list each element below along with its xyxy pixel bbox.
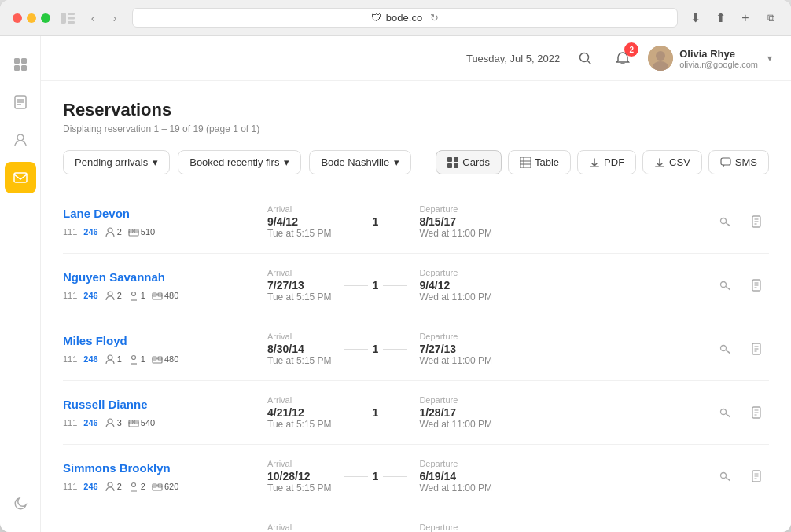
location-arrow: ▾ bbox=[394, 156, 399, 168]
sidebar-item-darkmode[interactable] bbox=[5, 488, 36, 519]
svg-point-61 bbox=[108, 419, 112, 424]
notifications-button[interactable]: 2 bbox=[610, 46, 635, 71]
forward-button[interactable]: › bbox=[107, 10, 123, 26]
download-icon[interactable]: ⬇ bbox=[687, 10, 703, 26]
sidebar bbox=[0, 36, 41, 532]
table-row: Howard Esther Arrival 5/7/16 Tue at 5:15… bbox=[63, 508, 769, 532]
bed-count: 540 bbox=[128, 417, 155, 428]
key-icon-button[interactable] bbox=[712, 336, 738, 361]
location-filter[interactable]: Bode Nashville ▾ bbox=[309, 150, 411, 174]
key-icon-button[interactable] bbox=[712, 273, 738, 298]
document-icon-button[interactable] bbox=[744, 336, 769, 361]
reservation-name[interactable]: Miles Floyd bbox=[63, 334, 252, 347]
document-icon-button[interactable] bbox=[744, 273, 769, 298]
location-label: Bode Nashville bbox=[321, 156, 389, 168]
svg-point-51 bbox=[131, 355, 135, 359]
key-icon-button[interactable] bbox=[712, 464, 738, 489]
back-button[interactable]: ‹ bbox=[85, 10, 101, 26]
page-subtitle: Displaing reservation 1 – 19 of 19 (page… bbox=[63, 123, 769, 134]
guest-count: 3 bbox=[105, 417, 122, 428]
pdf-label: PDF bbox=[604, 156, 624, 168]
key-icon-button[interactable] bbox=[712, 209, 738, 234]
table-view-label: Table bbox=[535, 156, 559, 168]
svg-point-30 bbox=[108, 228, 112, 233]
tag-111: 111 bbox=[63, 291, 77, 300]
reservation-name[interactable]: Simmons Brooklyn bbox=[63, 461, 252, 475]
svg-rect-0 bbox=[61, 13, 66, 24]
avatar bbox=[648, 46, 673, 71]
browser-chrome: ‹ › 🛡 bode.co ↻ ⬇ ⬆ + ⧉ bbox=[0, 0, 791, 36]
svg-point-14 bbox=[580, 53, 589, 62]
svg-rect-27 bbox=[590, 166, 599, 167]
table-row: Nguyen Savannah 111 246 2 1 bbox=[63, 254, 769, 317]
adults-count: 1 bbox=[128, 354, 145, 365]
svg-rect-13 bbox=[14, 173, 27, 182]
search-button[interactable] bbox=[572, 46, 598, 71]
svg-rect-23 bbox=[520, 157, 531, 168]
pending-arrivals-label: Pending arrivals bbox=[75, 156, 148, 168]
arrival-label: Arrival bbox=[267, 204, 332, 214]
reservation-name[interactable]: Nguyen Savannah bbox=[63, 270, 252, 284]
adults-count: 2 bbox=[128, 481, 145, 492]
svg-rect-21 bbox=[447, 163, 452, 168]
cards-view-button[interactable]: Cards bbox=[436, 150, 502, 174]
csv-label: CSV bbox=[669, 156, 690, 168]
svg-rect-42 bbox=[153, 295, 162, 299]
pending-arrivals-filter[interactable]: Pending arrivals ▾ bbox=[63, 150, 170, 174]
tag-111: 111 bbox=[63, 354, 77, 364]
refresh-icon[interactable]: ↻ bbox=[430, 12, 439, 24]
svg-rect-62 bbox=[129, 422, 138, 427]
svg-point-50 bbox=[108, 355, 112, 360]
view-options: Cards Table bbox=[436, 150, 769, 174]
filter-left: Pending arrivals ▾ Booked recently firs … bbox=[63, 150, 411, 174]
svg-point-17 bbox=[656, 51, 665, 61]
booked-recently-filter[interactable]: Booked recently firs ▾ bbox=[178, 150, 301, 174]
tabs-icon[interactable]: ⧉ bbox=[763, 10, 778, 26]
svg-point-70 bbox=[108, 482, 112, 487]
address-bar[interactable]: 🛡 bode.co ↻ bbox=[132, 8, 678, 28]
reservation-name[interactable]: Lane Devon bbox=[63, 207, 252, 220]
departure-label: Departure bbox=[419, 204, 492, 214]
table-view-button[interactable]: Table bbox=[508, 150, 571, 174]
user-menu[interactable]: Olivia Rhye olivia.r@google.com ▾ bbox=[648, 46, 772, 71]
pending-arrivals-arrow: ▾ bbox=[153, 156, 158, 168]
document-icon-button[interactable] bbox=[744, 209, 769, 234]
new-tab-icon[interactable]: + bbox=[738, 10, 753, 26]
sms-button[interactable]: SMS bbox=[708, 150, 769, 174]
booked-recently-arrow: ▾ bbox=[284, 156, 289, 168]
csv-download-button[interactable]: CSV bbox=[642, 150, 702, 174]
svg-rect-53 bbox=[153, 358, 162, 363]
browser-actions: ⬇ ⬆ + ⧉ bbox=[687, 10, 778, 26]
svg-rect-22 bbox=[454, 163, 458, 168]
tag-111: 111 bbox=[63, 418, 77, 427]
svg-rect-3 bbox=[68, 21, 75, 24]
sidebar-item-dashboard[interactable] bbox=[5, 49, 36, 80]
main-content: Tuesday, Jul 5, 2022 2 bbox=[41, 36, 791, 532]
maximize-traffic-light[interactable] bbox=[41, 13, 50, 23]
key-icon-button[interactable] bbox=[744, 527, 769, 532]
user-email: olivia.r@google.com bbox=[679, 60, 758, 69]
bed-count: 510 bbox=[128, 226, 155, 237]
reservation-name[interactable]: Russell Dianne bbox=[63, 398, 252, 411]
close-traffic-light[interactable] bbox=[13, 13, 22, 23]
guest-count: 2 bbox=[105, 290, 122, 301]
sidebar-toggle-icon[interactable] bbox=[60, 10, 75, 26]
arrival-time: Tue at 5:15 PM bbox=[267, 228, 332, 239]
svg-rect-4 bbox=[14, 58, 20, 64]
sidebar-item-book[interactable] bbox=[5, 86, 36, 118]
minimize-traffic-light[interactable] bbox=[27, 13, 36, 23]
tag-246: 246 bbox=[83, 418, 97, 427]
traffic-lights bbox=[13, 13, 50, 23]
key-icon-button[interactable] bbox=[712, 400, 738, 425]
table-row: Simmons Brooklyn 111 246 2 2 bbox=[63, 445, 769, 508]
pdf-download-button[interactable]: PDF bbox=[577, 150, 636, 174]
page-title: Reservations bbox=[63, 100, 769, 120]
document-icon-button[interactable] bbox=[744, 400, 769, 425]
sidebar-item-mail[interactable] bbox=[5, 162, 36, 193]
bed-count: 480 bbox=[152, 354, 178, 365]
svg-rect-28 bbox=[655, 166, 664, 167]
share-icon[interactable]: ⬆ bbox=[712, 10, 728, 26]
sidebar-item-person[interactable] bbox=[5, 124, 36, 156]
document-icon-button[interactable] bbox=[744, 464, 769, 489]
svg-rect-19 bbox=[447, 157, 452, 162]
